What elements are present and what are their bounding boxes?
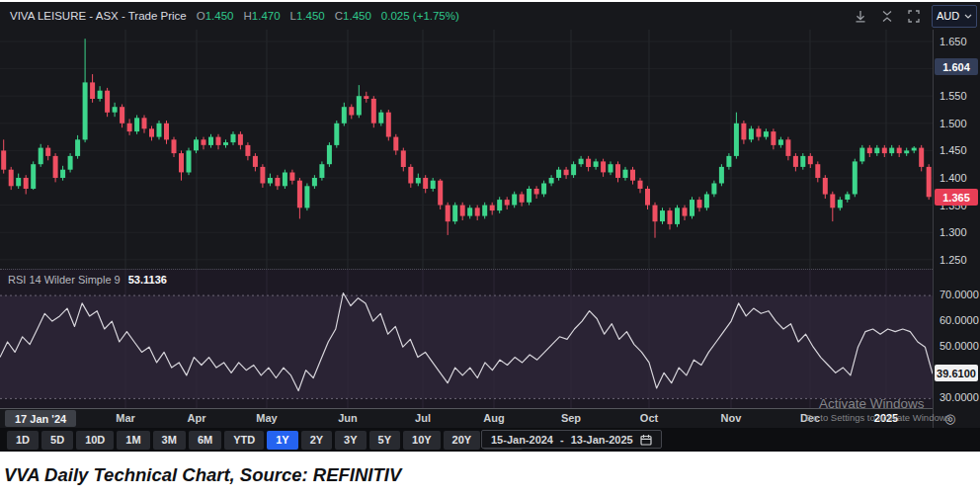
date-from: 15-Jan-2024 bbox=[491, 434, 553, 446]
date-to: 13-Jan-2025 bbox=[571, 434, 633, 446]
rsi-tick: 60.0000 bbox=[939, 314, 979, 326]
collapse-panel-icon[interactable] bbox=[881, 10, 893, 23]
top-bar: VIVA LEISURE - ASX - Trade Price O1.450 … bbox=[0, 2, 980, 30]
change-value: 0.025 (+1.75%) bbox=[381, 10, 459, 22]
caption-row: VVA Daily Technical Chart, Source: REFIN… bbox=[0, 452, 980, 496]
range-button-3y[interactable]: 3Y bbox=[335, 431, 366, 450]
candlestick-chart-pane[interactable] bbox=[0, 30, 933, 269]
price-tick: 1.400 bbox=[939, 172, 967, 184]
time-axis[interactable]: 17 Jan '24 MarAprMayJunJulAugSepOctNovDe… bbox=[0, 408, 933, 428]
range-button-2y[interactable]: 2Y bbox=[301, 431, 332, 450]
price-axis[interactable]: 1.6501.5501.5001.4501.4001.3501.3001.250… bbox=[933, 30, 980, 428]
range-button-5d[interactable]: 5D bbox=[41, 431, 73, 450]
chart-application: VIVA LEISURE - ASX - Trade Price O1.450 … bbox=[0, 2, 980, 452]
range-button-1m[interactable]: 1M bbox=[117, 431, 149, 450]
rsi-tick: 50.0000 bbox=[939, 340, 979, 352]
price-tick: 1.250 bbox=[939, 254, 967, 266]
ohlc-close: C1.450 bbox=[331, 10, 371, 22]
month-label-apr: Apr bbox=[188, 412, 206, 424]
range-button-10y[interactable]: 10Y bbox=[403, 431, 441, 450]
range-button-1d[interactable]: 1D bbox=[7, 431, 39, 450]
ohlc-open: O1.450 bbox=[193, 10, 234, 22]
price-tick: 1.450 bbox=[939, 144, 967, 156]
prev-close-price-badge: 1.604 bbox=[935, 58, 978, 75]
price-tick: 1.650 bbox=[939, 36, 967, 47]
month-label-sep: Sep bbox=[561, 412, 581, 424]
range-button-3m[interactable]: 3M bbox=[153, 431, 186, 450]
chevron-down-icon bbox=[964, 14, 972, 19]
price-tick: 1.500 bbox=[939, 118, 967, 129]
rsi-value: 53.1136 bbox=[128, 274, 167, 286]
month-label-jun: Jun bbox=[338, 412, 358, 424]
range-button-6m[interactable]: 6M bbox=[189, 431, 221, 450]
axis-start-date-badge: 17 Jan '24 bbox=[5, 410, 76, 427]
last-trade-price-badge: 1.365 bbox=[935, 189, 978, 206]
fullscreen-icon[interactable] bbox=[908, 10, 920, 23]
month-label-oct: Oct bbox=[640, 412, 658, 424]
range-button-20y[interactable]: 20Y bbox=[444, 431, 481, 450]
rsi-canvas[interactable] bbox=[0, 270, 933, 408]
ohlc-high: H1.470 bbox=[239, 10, 280, 22]
price-tick: 1.550 bbox=[939, 90, 967, 102]
rsi-label-text: RSI 14 Wilder Simple 9 bbox=[8, 274, 121, 286]
month-label-may: May bbox=[256, 412, 277, 424]
month-label-dec: Dec bbox=[800, 412, 820, 424]
range-buttons: 1D5D10D1M3M6MYTD1Y2Y3Y5Y10Y20YMax bbox=[7, 431, 523, 450]
instrument-title: VIVA LEISURE - ASX - Trade Price bbox=[10, 10, 187, 22]
rsi-last-value-badge: 39.6100 bbox=[935, 365, 978, 381]
currency-selector[interactable]: AUD bbox=[932, 5, 977, 28]
range-button-10d[interactable]: 10D bbox=[76, 431, 114, 450]
instrument-legend: VIVA LEISURE - ASX - Trade Price O1.450 … bbox=[10, 10, 459, 22]
month-label-jul: Jul bbox=[415, 412, 431, 424]
month-label-mar: Mar bbox=[116, 412, 135, 424]
date-range-picker[interactable]: 15-Jan-2024 - 13-Jan-2025 bbox=[481, 430, 662, 449]
rsi-tick: 70.0000 bbox=[939, 289, 979, 300]
rsi-legend: RSI 14 Wilder Simple 953.1136 bbox=[8, 274, 167, 286]
date-range-dash: - bbox=[560, 434, 564, 446]
range-button-5y[interactable]: 5Y bbox=[369, 431, 400, 450]
download-icon[interactable] bbox=[855, 10, 866, 23]
axis-settings-icon[interactable]: ◎ bbox=[944, 412, 955, 425]
currency-label: AUD bbox=[937, 10, 959, 22]
candlestick-canvas[interactable] bbox=[0, 30, 933, 269]
price-tick: 1.300 bbox=[939, 226, 967, 238]
rsi-indicator-pane[interactable]: RSI 14 Wilder Simple 953.1136 bbox=[0, 269, 933, 408]
month-label-aug: Aug bbox=[483, 412, 504, 424]
range-toolbar: 1D5D10D1M3M6MYTD1Y2Y3Y5Y10Y20YMax ⚙ 15-J… bbox=[0, 428, 980, 452]
range-button-ytd[interactable]: YTD bbox=[224, 431, 264, 450]
calendar-icon bbox=[640, 434, 652, 446]
month-label-nov: Nov bbox=[721, 412, 742, 424]
year-label: 2025 bbox=[874, 412, 898, 424]
ohlc-low: L1.450 bbox=[286, 10, 325, 22]
chart-caption: VVA Daily Technical Chart, Source: REFIN… bbox=[4, 464, 976, 486]
rsi-tick: 30.0000 bbox=[939, 391, 979, 403]
chart-window-controls bbox=[855, 10, 920, 23]
range-button-1y[interactable]: 1Y bbox=[267, 431, 297, 450]
